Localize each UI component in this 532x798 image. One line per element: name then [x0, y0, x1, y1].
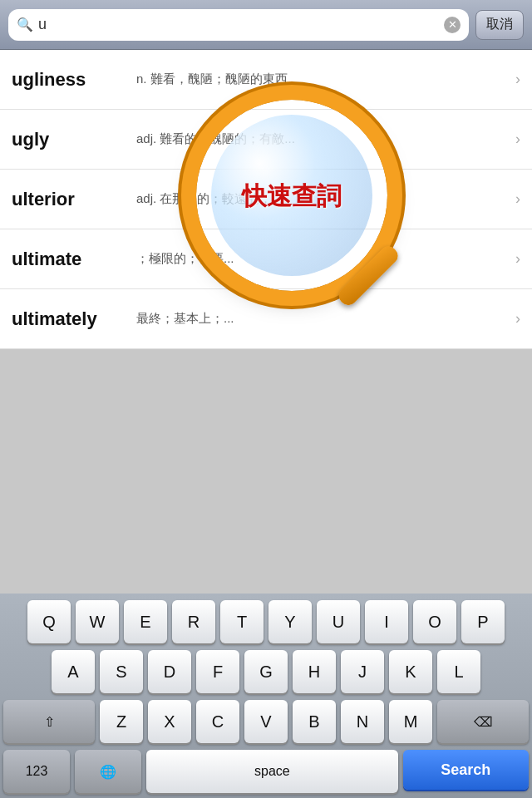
keyboard-row-2: A S D F G H J K L — [0, 650, 532, 693]
key-u[interactable]: U — [317, 600, 360, 643]
key-f[interactable]: F — [196, 650, 239, 693]
chevron-right-icon: › — [515, 250, 520, 268]
key-d[interactable]: D — [148, 650, 191, 693]
result-definition: n. 難看，醜陋；醜陋的東西 — [128, 71, 510, 87]
globe-key[interactable]: 🌐 — [75, 750, 141, 793]
result-definition: adj. 在那邊的；較遠的；... — [128, 191, 510, 207]
shift-key[interactable]: ⇧ — [3, 700, 95, 743]
keyboard-row-3: ⇧ Z X C V B N M ⌫ — [0, 700, 532, 743]
key-w[interactable]: W — [76, 600, 119, 643]
key-b[interactable]: B — [293, 700, 336, 743]
key-v[interactable]: V — [244, 700, 288, 743]
result-word: ultimately — [12, 308, 128, 330]
clear-button[interactable]: ✕ — [444, 17, 461, 33]
result-definition: adj. 難看的；醜陋的；有敵... — [128, 131, 510, 147]
result-word: ugly — [12, 129, 128, 150]
result-definition: 最終；基本上；... — [128, 311, 510, 327]
key-a[interactable]: A — [52, 650, 95, 693]
key-l[interactable]: L — [437, 650, 480, 693]
number-key[interactable]: 123 — [3, 750, 70, 793]
chevron-right-icon: › — [515, 71, 520, 88]
space-key[interactable]: space — [146, 750, 398, 793]
key-m[interactable]: M — [389, 700, 432, 743]
key-y[interactable]: Y — [268, 600, 312, 643]
keyboard: Q W E R T Y U I O P A S D F G H J K L ⇧ … — [0, 594, 532, 798]
result-definition: ；極限的；首要... — [128, 251, 510, 267]
key-p[interactable]: P — [461, 600, 505, 643]
key-g[interactable]: G — [244, 650, 288, 693]
key-t[interactable]: T — [220, 600, 264, 643]
result-item-ultimately[interactable]: ultimately 最終；基本上；... › — [0, 289, 532, 349]
key-i[interactable]: I — [365, 600, 408, 643]
key-c[interactable]: C — [196, 700, 239, 743]
result-item-ulterior[interactable]: ulterior adj. 在那邊的；較遠的；... › — [0, 170, 532, 229]
result-word: ulterior — [12, 189, 128, 210]
chevron-right-icon: › — [515, 131, 520, 148]
result-item-ugliness[interactable]: ugliness n. 難看，醜陋；醜陋的東西 › — [0, 50, 532, 110]
keyboard-row-1: Q W E R T Y U I O P — [0, 600, 532, 643]
key-q[interactable]: Q — [27, 600, 71, 643]
key-k[interactable]: K — [389, 650, 432, 693]
search-input-wrap: 🔍 ✕ — [8, 9, 469, 41]
chevron-right-icon: › — [515, 190, 520, 208]
key-x[interactable]: X — [148, 700, 191, 743]
search-button[interactable]: Search — [403, 750, 529, 790]
search-bar: 🔍 ✕ 取消 — [0, 0, 532, 50]
result-word: ultimate — [12, 249, 128, 270]
chevron-right-icon: › — [515, 310, 520, 328]
result-item-ugly[interactable]: ugly adj. 難看的；醜陋的；有敵... › — [0, 110, 532, 170]
key-r[interactable]: R — [172, 600, 215, 643]
key-n[interactable]: N — [341, 700, 384, 743]
cancel-button[interactable]: 取消 — [475, 10, 524, 40]
search-input[interactable] — [38, 16, 439, 33]
key-j[interactable]: J — [341, 650, 384, 693]
key-h[interactable]: H — [293, 650, 336, 693]
keyboard-bottom-row: 123 🌐 space Search — [0, 750, 532, 798]
key-z[interactable]: Z — [100, 700, 143, 743]
result-item-ultimate[interactable]: ultimate ；極限的；首要... › — [0, 229, 532, 289]
key-e[interactable]: E — [124, 600, 167, 643]
result-word: ugliness — [12, 69, 128, 91]
backspace-key[interactable]: ⌫ — [437, 700, 529, 743]
key-s[interactable]: S — [100, 650, 143, 693]
results-list: ugliness n. 難看，醜陋；醜陋的東西 › ugly adj. 難看的；… — [0, 50, 532, 349]
key-o[interactable]: O — [413, 600, 456, 643]
search-icon: 🔍 — [17, 17, 33, 32]
